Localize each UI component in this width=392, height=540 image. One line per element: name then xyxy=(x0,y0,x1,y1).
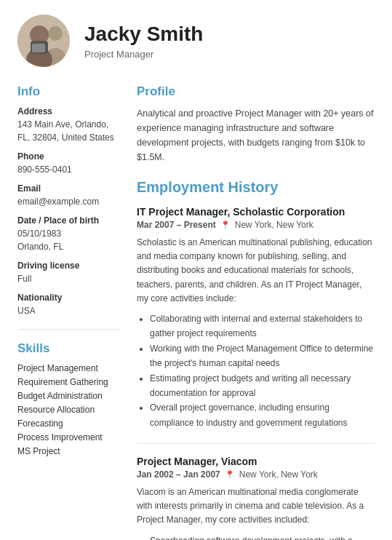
email-value: email@example.com xyxy=(17,195,119,208)
job-location: New York, New York xyxy=(239,469,318,480)
job-bullet: Estimating project budgets and writing a… xyxy=(150,371,375,401)
phone-value: 890-555-0401 xyxy=(17,163,119,176)
skills-heading: Skills xyxy=(17,341,119,356)
location-pin-icon: 📍 xyxy=(225,470,235,480)
skill-item: Forecasting xyxy=(17,418,119,429)
avatar xyxy=(17,15,70,67)
jobs-list: IT Project Manager, Scholastic Corporati… xyxy=(137,206,375,540)
job-meta: Mar 2007 – Present📍New York, New York xyxy=(137,220,375,230)
skill-item: Budget Administration xyxy=(17,391,119,401)
address-value: 143 Main Ave, Orlando,FL, 32804, United … xyxy=(17,118,119,144)
sidebar-divider xyxy=(17,329,119,330)
svg-point-1 xyxy=(48,26,63,41)
skill-item: MS Project xyxy=(17,446,119,456)
nationality-value: USA xyxy=(17,304,119,317)
job-bullets: Spearheading software development projec… xyxy=(137,533,375,540)
header: Jacky Smith Project Manager xyxy=(17,15,375,67)
job-title: IT Project Manager, Scholastic Corporati… xyxy=(137,206,375,218)
employment-heading: Employment History xyxy=(137,179,375,196)
job-bullet: Spearheading software development projec… xyxy=(150,533,375,540)
email-label: Email xyxy=(17,183,119,194)
job-divider xyxy=(137,443,375,444)
skill-item: Requirement Gathering xyxy=(17,377,119,387)
profile-text: Analytical and proactive Project Manager… xyxy=(137,106,375,164)
job-period: Jan 2002 – Jan 2007 xyxy=(137,469,220,480)
location-pin-icon: 📍 xyxy=(220,221,231,230)
nationality-label: Nationality xyxy=(17,293,119,303)
skills-list: Project ManagementRequirement GatheringB… xyxy=(17,363,119,456)
address-label: Address xyxy=(17,106,119,116)
candidate-name: Jacky Smith xyxy=(84,22,203,47)
info-heading: Info xyxy=(17,84,119,99)
job-period: Mar 2007 – Present xyxy=(137,220,216,230)
sidebar: Info Address 143 Main Ave, Orlando,FL, 3… xyxy=(17,84,119,540)
job-bullet: Working with the Project Management Offi… xyxy=(150,341,375,371)
dob-label: Date / Place of birth xyxy=(17,215,119,226)
skill-item: Process Improvement xyxy=(17,432,119,442)
skill-item: Project Management xyxy=(17,363,119,373)
dob-value: 05/10/1983Orlando, FL xyxy=(17,227,119,253)
job-block: Project Manager, ViacomJan 2002 – Jan 20… xyxy=(137,456,375,540)
phone-label: Phone xyxy=(17,151,119,162)
job-block: IT Project Manager, Scholastic Corporati… xyxy=(137,206,375,430)
job-description: Viacom is an American multinational medi… xyxy=(137,485,375,528)
job-bullet: Collaborating with internal and external… xyxy=(150,311,375,341)
job-bullet: Overall project governance, including en… xyxy=(150,400,375,430)
job-bullets: Collaborating with internal and external… xyxy=(137,311,375,430)
resume-content: Profile Analytical and proactive Project… xyxy=(137,84,375,540)
job-meta: Jan 2002 – Jan 2007📍New York, New York xyxy=(137,469,375,480)
main-content: Info Address 143 Main Ave, Orlando,FL, 3… xyxy=(17,84,375,540)
license-value: Full xyxy=(17,272,119,285)
header-info: Jacky Smith Project Manager xyxy=(84,22,203,60)
job-description: Scholastic is an American multinational … xyxy=(137,236,375,306)
svg-rect-6 xyxy=(32,44,45,52)
candidate-title: Project Manager xyxy=(84,49,203,60)
license-label: Driving license xyxy=(17,261,119,271)
job-location: New York, New York xyxy=(235,220,313,230)
profile-heading: Profile xyxy=(137,84,375,99)
job-title: Project Manager, Viacom xyxy=(137,456,375,467)
skill-item: Resource Allocation xyxy=(17,405,119,415)
